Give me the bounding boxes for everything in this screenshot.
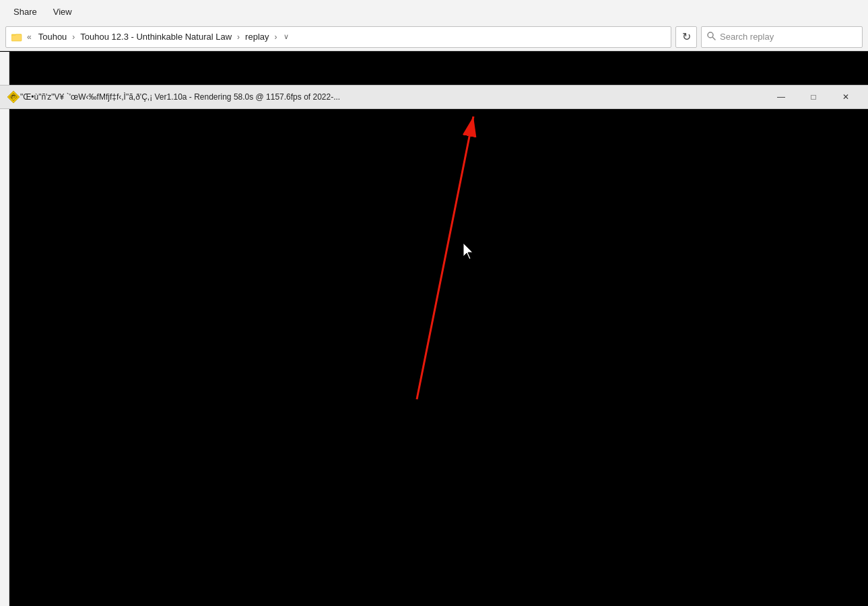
breadcrumb-sep-3: › (275, 32, 277, 42)
refresh-button[interactable]: ↻ (675, 26, 697, 48)
address-bar[interactable]: « Touhou › Touhou 12.3 - Unthinkable Nat… (5, 26, 671, 48)
game-area (0, 110, 868, 606)
menu-bar: Share View (0, 0, 868, 23)
game-window-title-text: "Œ•ù"ñ'z"V¥ `'œW‹‰fMfjf‡f‹,Ì"ã,ð'Ç,¡ Ver… (20, 92, 766, 102)
game-icon: 東 (7, 90, 20, 104)
view-menu[interactable]: View (46, 4, 79, 20)
search-icon (707, 32, 716, 42)
svg-line-2 (713, 37, 716, 40)
address-bar-row: « Touhou › Touhou 12.3 - Unthinkable Nat… (0, 23, 868, 51)
svg-line-8 (417, 116, 473, 399)
window-controls: — □ ✕ (766, 85, 861, 109)
side-panel (0, 52, 9, 606)
breadcrumb-back[interactable]: « (25, 31, 34, 43)
svg-marker-9 (463, 243, 473, 259)
annotation-arrow (0, 110, 868, 606)
folder-icon (11, 32, 22, 42)
mouse-cursor (462, 242, 478, 261)
game-window-titlebar: 東 "Œ•ù"ñ'z"V¥ `'œW‹‰fMfjf‡f‹,Ì"ã,ð'Ç,¡ V… (0, 85, 868, 109)
search-placeholder: Search replay (720, 32, 774, 42)
breadcrumb-sep-2: › (237, 32, 240, 42)
breadcrumb-touhou[interactable]: Touhou (36, 30, 69, 43)
close-button[interactable]: ✕ (830, 85, 861, 109)
breadcrumb-game[interactable]: Touhou 12.3 - Unthinkable Natural Law (78, 30, 234, 43)
minimize-button[interactable]: — (766, 85, 797, 109)
share-menu[interactable]: Share (7, 4, 44, 20)
breadcrumb-sep-1: › (72, 32, 75, 42)
breadcrumb-replay[interactable]: replay (243, 30, 271, 43)
breadcrumb-dropdown[interactable]: ∨ (283, 32, 289, 41)
svg-rect-0 (11, 34, 22, 41)
restore-button[interactable]: □ (798, 85, 829, 109)
svg-point-1 (708, 32, 713, 38)
refresh-icon: ↻ (682, 30, 691, 43)
search-box[interactable]: Search replay (701, 26, 863, 48)
svg-text:東: 東 (11, 95, 17, 100)
